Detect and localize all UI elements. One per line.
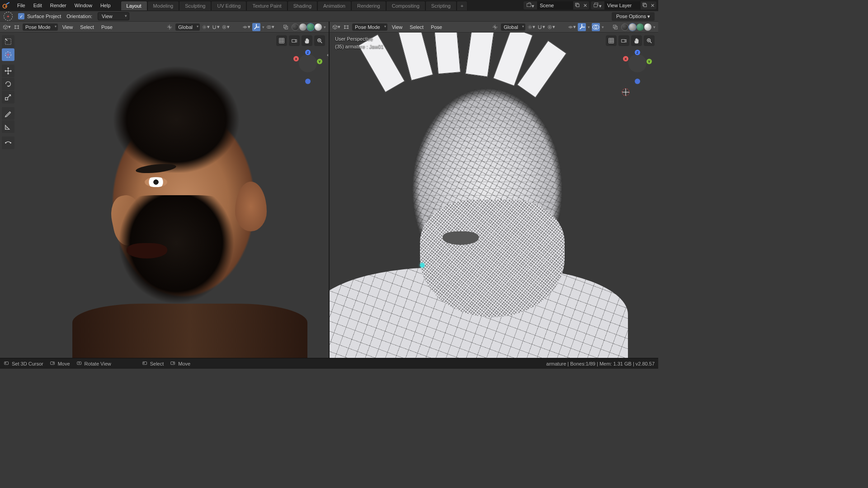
shading-wireframe-button[interactable] bbox=[292, 23, 299, 31]
select-menu[interactable]: Select bbox=[77, 23, 97, 31]
snap-icon[interactable]: ▾ bbox=[537, 23, 545, 31]
viewlayer-new-button[interactable] bbox=[641, 3, 649, 8]
tool-breakdowner[interactable] bbox=[2, 136, 14, 149]
xray-toggle[interactable] bbox=[282, 23, 290, 31]
tab-scripting[interactable]: Scripting bbox=[425, 1, 457, 10]
axis-x[interactable]: X bbox=[623, 56, 628, 61]
nav-camera-icon[interactable] bbox=[618, 35, 629, 46]
tool-measure[interactable] bbox=[2, 120, 14, 133]
mode-dropdown[interactable]: Pose Mode bbox=[352, 23, 387, 31]
shading-rendered-button[interactable] bbox=[315, 23, 322, 31]
axis-z-neg[interactable] bbox=[305, 79, 311, 84]
orientation-dropdown[interactable]: View bbox=[98, 12, 129, 20]
viewlayer-icon: ▾ bbox=[591, 2, 604, 9]
orientation-gizmo[interactable]: Z X Y bbox=[295, 51, 321, 76]
pivot-icon[interactable]: ▾ bbox=[202, 23, 210, 31]
visibility-icon[interactable]: ▾ bbox=[242, 23, 250, 31]
tool-annotate[interactable] bbox=[2, 107, 14, 120]
viewport-split-handle[interactable] bbox=[326, 51, 329, 60]
scene-delete-button[interactable]: ✕ bbox=[581, 3, 589, 9]
shading-material-button[interactable] bbox=[307, 23, 314, 31]
transform-orientation-dropdown[interactable]: Global bbox=[501, 23, 525, 31]
tab-animation[interactable]: Animation bbox=[317, 1, 351, 10]
orientation-icon[interactable] bbox=[491, 23, 499, 31]
axis-z-neg[interactable] bbox=[635, 79, 640, 84]
pose-menu[interactable]: Pose bbox=[428, 23, 445, 31]
viewport-right-canvas[interactable]: User Perspective (35) armature : Jaw01 Z… bbox=[330, 33, 658, 358]
app-logo[interactable] bbox=[2, 1, 11, 10]
surface-project-checkbox[interactable]: ✓ bbox=[18, 13, 24, 19]
editor-type-icon[interactable]: ▾ bbox=[332, 23, 340, 31]
axis-y[interactable]: Y bbox=[317, 59, 322, 64]
axis-x[interactable]: X bbox=[293, 56, 299, 61]
overlays-toggle-button[interactable]: ▾ bbox=[266, 23, 274, 31]
tool-rotate[interactable] bbox=[2, 78, 14, 90]
axis-z[interactable]: Z bbox=[635, 50, 640, 55]
tab-rendering[interactable]: Rendering bbox=[351, 1, 386, 10]
shading-wireframe-button[interactable] bbox=[621, 23, 628, 31]
pivot-icon[interactable]: ▾ bbox=[527, 23, 535, 31]
nav-grid-icon[interactable] bbox=[606, 35, 617, 46]
proportional-icon[interactable]: ▾ bbox=[547, 23, 555, 31]
gizmo-toggle-button[interactable] bbox=[252, 23, 260, 31]
rendered-model bbox=[0, 33, 329, 358]
selected-bone[interactable] bbox=[420, 263, 425, 267]
scene-selector[interactable]: ▾ ✕ bbox=[524, 1, 589, 9]
axis-z[interactable]: Z bbox=[305, 50, 311, 55]
transform-orientation-dropdown[interactable]: Global bbox=[175, 23, 200, 31]
editor-type-icon[interactable]: ▾ bbox=[3, 23, 11, 31]
orientation-gizmo[interactable]: Z X Y bbox=[625, 51, 650, 76]
view-menu[interactable]: View bbox=[389, 23, 406, 31]
tool-move[interactable] bbox=[2, 65, 14, 77]
svg-point-1 bbox=[5, 5, 6, 7]
pose-options-button[interactable]: Pose Options ▾ bbox=[612, 12, 655, 21]
shading-material-button[interactable] bbox=[637, 23, 644, 31]
tab-texture-paint[interactable]: Texture Paint bbox=[246, 1, 287, 10]
shading-solid-button[interactable] bbox=[299, 23, 307, 31]
tool-select-box[interactable] bbox=[2, 35, 14, 48]
tool-cursor[interactable] bbox=[2, 48, 14, 61]
mode-icon[interactable] bbox=[342, 23, 350, 31]
tab-modeling[interactable]: Modeling bbox=[147, 1, 179, 10]
nav-grid-icon[interactable] bbox=[276, 35, 287, 46]
visibility-icon[interactable]: ▾ bbox=[568, 23, 576, 31]
snap-icon[interactable]: ▾ bbox=[212, 23, 220, 31]
orientation-icon[interactable] bbox=[165, 23, 174, 31]
axis-y[interactable]: Y bbox=[646, 59, 652, 64]
menu-window[interactable]: Window bbox=[71, 1, 96, 10]
tab-uv-editing[interactable]: UV Editing bbox=[211, 1, 246, 10]
tab-layout[interactable]: Layout bbox=[121, 1, 147, 10]
tab-shading[interactable]: Shading bbox=[288, 1, 317, 10]
viewlayer-selector[interactable]: ▾ ✕ bbox=[591, 1, 656, 9]
shading-solid-button[interactable] bbox=[629, 23, 636, 31]
viewlayer-name-input[interactable] bbox=[604, 1, 641, 9]
menu-edit[interactable]: Edit bbox=[30, 1, 46, 10]
viewport-left-canvas[interactable]: Z X Y bbox=[0, 33, 329, 358]
menu-file[interactable]: File bbox=[14, 1, 29, 10]
menu-render[interactable]: Render bbox=[47, 1, 70, 10]
shading-mode-buttons bbox=[621, 23, 651, 31]
shading-rendered-button[interactable] bbox=[644, 23, 651, 31]
nav-zoom-icon[interactable] bbox=[314, 35, 325, 46]
viewlayer-delete-button[interactable]: ✕ bbox=[649, 3, 656, 9]
mode-dropdown[interactable]: Pose Mode bbox=[23, 23, 58, 31]
select-menu[interactable]: Select bbox=[407, 23, 426, 31]
overlays-toggle-button[interactable] bbox=[592, 23, 600, 31]
scene-name-input[interactable] bbox=[537, 1, 573, 9]
view-menu[interactable]: View bbox=[60, 23, 76, 31]
nav-camera-icon[interactable] bbox=[289, 35, 300, 46]
scene-new-button[interactable] bbox=[573, 3, 581, 8]
gizmo-toggle-button[interactable] bbox=[578, 23, 586, 31]
tab-add-workspace[interactable]: + bbox=[457, 1, 467, 10]
proportional-icon[interactable]: ▾ bbox=[222, 23, 230, 31]
mode-icon[interactable] bbox=[13, 23, 21, 31]
tab-compositing[interactable]: Compositing bbox=[386, 1, 425, 10]
tab-sculpting[interactable]: Sculpting bbox=[179, 1, 211, 10]
xray-toggle[interactable] bbox=[611, 23, 619, 31]
nav-pan-icon[interactable] bbox=[631, 35, 642, 46]
menu-help[interactable]: Help bbox=[97, 1, 114, 10]
pose-menu[interactable]: Pose bbox=[99, 23, 115, 31]
tool-scale[interactable] bbox=[2, 91, 14, 103]
nav-pan-icon[interactable] bbox=[302, 35, 312, 46]
nav-zoom-icon[interactable] bbox=[644, 35, 655, 46]
